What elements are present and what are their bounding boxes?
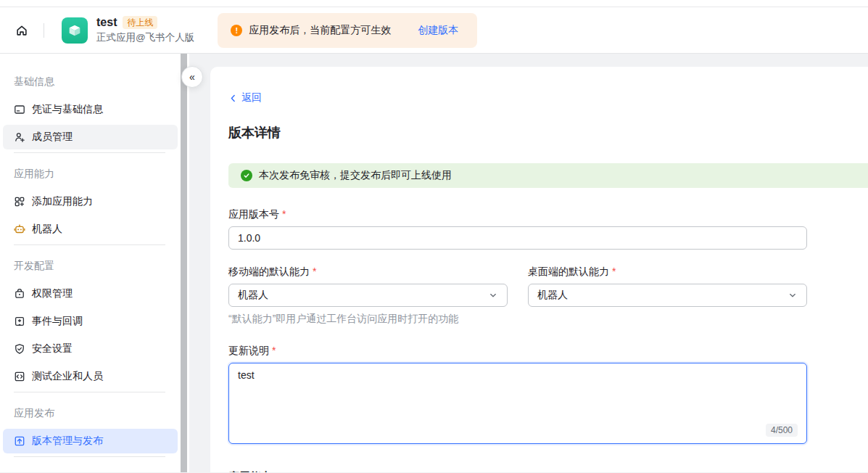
release-notes-textarea[interactable]: test bbox=[228, 363, 807, 444]
shield-check-icon bbox=[14, 343, 25, 355]
sidebar-divider bbox=[14, 392, 165, 392]
release-notes-label: 更新说明* bbox=[228, 345, 868, 358]
sidebar-item-label: 安全设置 bbox=[32, 342, 73, 355]
required-mark: * bbox=[272, 345, 276, 356]
desktop-capability-value: 机器人 bbox=[537, 289, 568, 302]
sidebar-item-label: 权限管理 bbox=[32, 287, 73, 300]
app-header: test 待上线 正式应用@飞书个人版 ! 应用发布后，当前配置方可生效 创建版… bbox=[0, 7, 868, 54]
warning-icon: ! bbox=[231, 25, 242, 36]
sidebar-section-dev-config: 开发配置 bbox=[14, 258, 189, 273]
mobile-capability-label: 移动端的默认能力* bbox=[228, 266, 508, 279]
sidebar-section-app-capability: 应用能力 bbox=[14, 166, 189, 181]
sidebar-item-test-org-users[interactable]: 测试企业和人员 bbox=[3, 364, 178, 389]
sidebar-collapse-button[interactable]: « bbox=[181, 66, 203, 88]
sidebar-divider bbox=[14, 456, 165, 457]
back-label: 返回 bbox=[241, 91, 262, 104]
sidebar-item-credentials[interactable]: 凭证与基础信息 bbox=[3, 97, 178, 122]
sidebar-divider bbox=[14, 152, 165, 153]
sidebar-section-basic-info: 基础信息 bbox=[14, 74, 189, 89]
success-notice-banner: 本次发布免审核，提交发布后即可上线使用 bbox=[228, 163, 868, 188]
window-top-strip bbox=[0, 0, 868, 7]
user-add-icon bbox=[14, 131, 25, 143]
sidebar-item-member-management[interactable]: 成员管理 bbox=[3, 125, 178, 149]
app-name: test bbox=[96, 16, 117, 29]
app-meta: test 待上线 正式应用@飞书个人版 bbox=[96, 16, 194, 44]
notice-text: 本次发布免审核，提交发布后即可上线使用 bbox=[259, 169, 452, 182]
sidebar-item-label: 机器人 bbox=[32, 223, 62, 236]
app-subtitle: 正式应用@飞书个人版 bbox=[96, 31, 194, 44]
chevron-down-icon bbox=[788, 290, 798, 300]
required-mark: * bbox=[612, 266, 616, 277]
sidebar: 基础信息 凭证与基础信息 成员管理 应用能力 bbox=[0, 54, 189, 472]
content-card: 返回 版本详情 本次发布免审核，提交发布后即可上线使用 应用版本号* 移动端的默… bbox=[210, 67, 868, 472]
sidebar-item-label: 凭证与基础信息 bbox=[32, 103, 103, 116]
page-title: 版本详情 bbox=[228, 124, 868, 141]
collapse-icon: « bbox=[189, 71, 195, 83]
home-icon bbox=[15, 24, 28, 37]
lock-icon bbox=[14, 288, 25, 300]
create-version-link[interactable]: 创建版本 bbox=[418, 24, 458, 37]
panel-gap: « bbox=[189, 54, 210, 472]
sidebar-item-bot[interactable]: 机器人 bbox=[3, 217, 178, 242]
home-button[interactable] bbox=[13, 22, 30, 39]
sidebar-item-label: 添加应用能力 bbox=[32, 195, 93, 208]
event-plus-icon bbox=[14, 316, 25, 327]
code-icon bbox=[14, 371, 25, 382]
required-mark: * bbox=[313, 266, 316, 277]
header-divider bbox=[44, 23, 44, 38]
id-card-icon bbox=[14, 104, 25, 115]
sidebar-item-events-callbacks[interactable]: 事件与回调 bbox=[3, 309, 178, 334]
back-link[interactable]: 返回 bbox=[228, 91, 262, 104]
sidebar-section-app-release: 应用发布 bbox=[14, 406, 189, 420]
required-mark: * bbox=[282, 208, 286, 220]
version-label: 应用版本号* bbox=[228, 208, 868, 221]
sidebar-item-security-settings[interactable]: 安全设置 bbox=[3, 337, 178, 361]
warning-text: 应用发布后，当前配置方可生效 bbox=[249, 24, 391, 37]
sidebar-divider bbox=[14, 244, 165, 245]
sidebar-scrollbar[interactable] bbox=[181, 54, 187, 472]
chevron-down-icon bbox=[488, 290, 498, 300]
char-counter: 4/500 bbox=[766, 424, 798, 437]
sidebar-item-permissions[interactable]: 权限管理 bbox=[3, 281, 178, 306]
sidebar-item-version-management[interactable]: 版本管理与发布 bbox=[3, 429, 178, 453]
publish-warning-banner: ! 应用发布后，当前配置方可生效 创建版本 bbox=[218, 13, 477, 48]
status-badge: 待上线 bbox=[123, 16, 157, 29]
mobile-capability-select[interactable]: 机器人 bbox=[228, 284, 508, 307]
chevron-left-icon bbox=[228, 94, 238, 103]
desktop-capability-label: 桌面端的默认能力* bbox=[528, 266, 807, 279]
sidebar-item-label: 事件与回调 bbox=[32, 315, 83, 328]
capability-hint: “默认能力”即用户通过工作台访问应用时打开的功能 bbox=[228, 313, 807, 326]
robot-icon bbox=[14, 223, 25, 235]
sidebar-item-label: 成员管理 bbox=[32, 131, 73, 144]
workspace: 基础信息 凭证与基础信息 成员管理 应用能力 bbox=[0, 54, 868, 472]
sidebar-item-label: 测试企业和人员 bbox=[32, 370, 103, 383]
sidebar-item-label: 版本管理与发布 bbox=[32, 435, 103, 448]
desktop-capability-select[interactable]: 机器人 bbox=[528, 284, 807, 307]
version-input[interactable] bbox=[228, 226, 807, 250]
mobile-capability-value: 机器人 bbox=[238, 289, 268, 302]
sidebar-item-add-capability[interactable]: 添加应用能力 bbox=[3, 189, 178, 214]
grid-add-icon bbox=[14, 196, 25, 207]
next-section-title: 应用能力 bbox=[228, 470, 868, 473]
app-logo-icon bbox=[62, 17, 88, 44]
success-check-icon bbox=[241, 170, 252, 181]
publish-up-icon bbox=[14, 435, 25, 447]
